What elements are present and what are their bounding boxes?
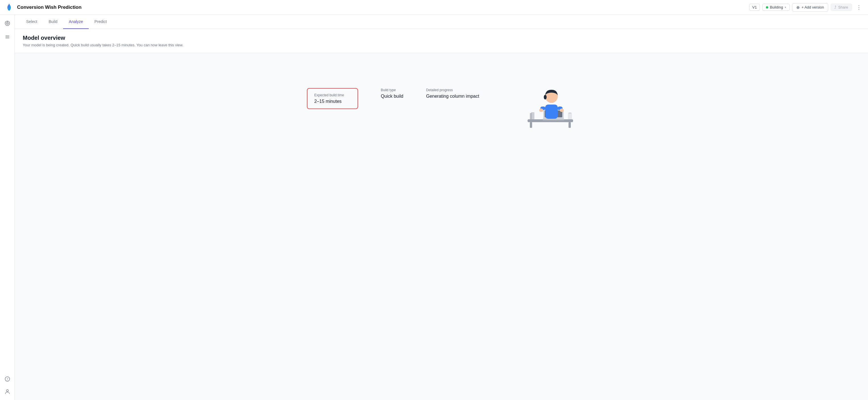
user-profile-button[interactable] (3, 388, 11, 395)
expected-build-time-card: Expected build time 2–15 minutes (307, 88, 358, 109)
expected-build-time-value: 2–15 minutes (314, 99, 351, 104)
svg-point-9 (6, 390, 8, 392)
main-layout: ? Select Build Analyze (0, 15, 868, 400)
app-logo[interactable] (5, 3, 14, 12)
svg-rect-11 (530, 122, 532, 128)
navbar: Conversion Wish Prediction V1 Building ▾… (0, 0, 868, 15)
svg-point-2 (7, 23, 8, 24)
tab-select[interactable]: Select (21, 15, 43, 29)
detailed-progress-item: Detailed progress Generating column impa… (426, 88, 479, 99)
svg-rect-12 (568, 122, 571, 128)
sidebar-item-list[interactable] (3, 33, 11, 41)
sidebar-item-radar[interactable] (3, 19, 11, 27)
help-button[interactable]: ? (3, 375, 11, 383)
content-area: Select Build Analyze Predict Model overv… (15, 15, 868, 400)
version-label: V1 (752, 5, 757, 9)
building-area: Expected build time 2–15 minutes Build t… (15, 53, 868, 167)
working-illustration (525, 88, 576, 132)
sidebar-bottom: ? (3, 375, 11, 395)
expected-build-time-label: Expected build time (314, 93, 351, 97)
model-overview-header: Model overview Your model is being creat… (15, 29, 868, 53)
detailed-progress-value: Generating column impact (426, 94, 479, 99)
building-label: Building (770, 5, 783, 9)
svg-rect-17 (542, 119, 564, 120)
svg-point-24 (560, 108, 564, 112)
plus-circle-icon: ⊕ (796, 5, 800, 10)
model-overview-subtitle: Your model is being created. Quick build… (23, 43, 860, 47)
tabs-nav: Select Build Analyze Predict (15, 15, 868, 29)
chevron-down-icon: ▾ (785, 6, 786, 9)
ellipsis-vertical-icon: ⋮ (856, 4, 862, 10)
sidebar: ? (0, 15, 15, 400)
navbar-actions: V1 Building ▾ ⊕ + Add version ⤴ Share ⋮ (749, 3, 863, 12)
tab-analyze[interactable]: Analyze (63, 15, 89, 29)
build-info-container: Expected build time 2–15 minutes Build t… (307, 88, 576, 132)
build-type-label: Build type (381, 88, 403, 92)
version-badge[interactable]: V1 (749, 4, 760, 11)
svg-point-27 (544, 95, 547, 99)
svg-rect-14 (530, 113, 532, 119)
more-options-button[interactable]: ⋮ (854, 3, 863, 12)
svg-point-23 (539, 108, 543, 112)
svg-text:?: ? (6, 377, 8, 381)
share-icon: ⤴ (834, 5, 836, 9)
building-badge[interactable]: Building ▾ (762, 4, 790, 11)
model-overview-title: Model overview (23, 35, 860, 41)
detailed-progress-label: Detailed progress (426, 88, 479, 92)
tab-build[interactable]: Build (43, 15, 63, 29)
svg-rect-19 (568, 112, 571, 114)
svg-rect-18 (568, 113, 572, 119)
build-type-value: Quick build (381, 94, 403, 99)
page-content: Model overview Your model is being creat… (15, 29, 868, 400)
app-title: Conversion Wish Prediction (17, 5, 749, 10)
build-type-item: Build type Quick build (381, 88, 403, 99)
person-working-svg (525, 88, 576, 131)
share-button[interactable]: ⤴ Share (831, 3, 852, 11)
tab-predict[interactable]: Predict (89, 15, 113, 29)
add-version-button[interactable]: ⊕ + Add version (792, 3, 828, 12)
svg-rect-20 (545, 104, 558, 119)
building-status-dot (766, 6, 768, 8)
